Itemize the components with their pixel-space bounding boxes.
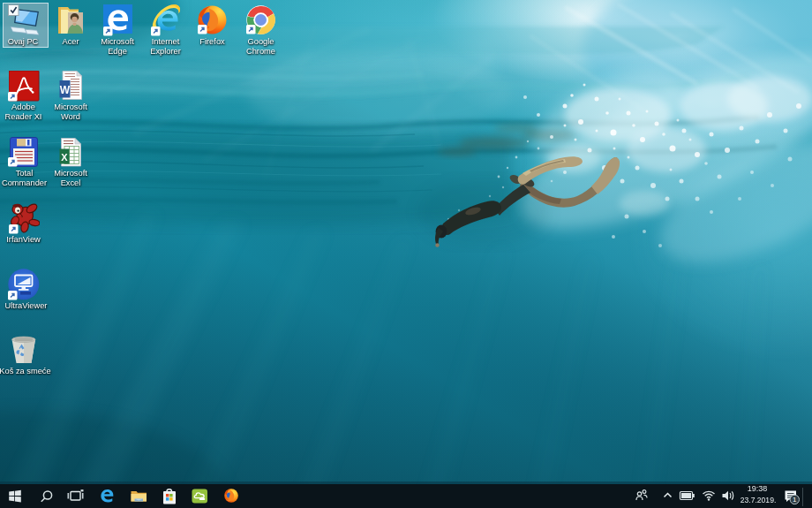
svg-text:1: 1 (793, 496, 797, 504)
svg-text:W: W (60, 84, 71, 96)
svg-text:X: X (61, 152, 68, 163)
